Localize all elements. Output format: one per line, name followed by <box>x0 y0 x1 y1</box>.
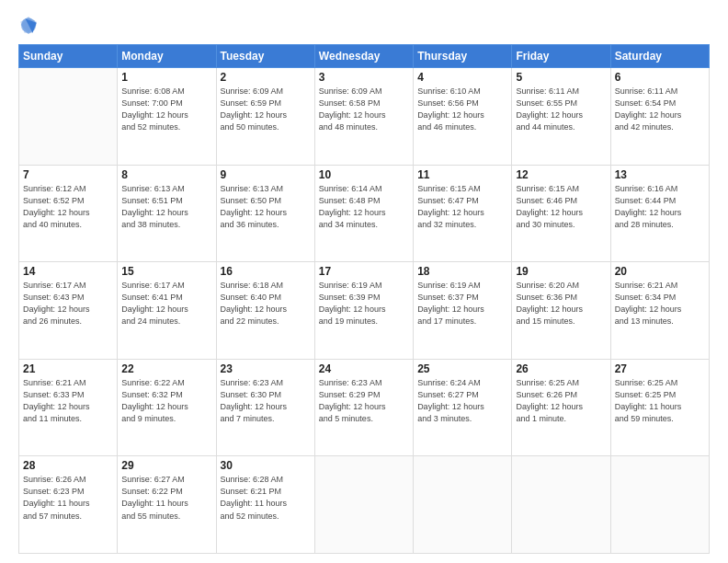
day-info: Sunrise: 6:18 AM Sunset: 6:40 PM Dayligh… <box>221 280 311 327</box>
weekday-header-thursday: Thursday <box>414 45 512 68</box>
week-row-3: 14Sunrise: 6:17 AM Sunset: 6:43 PM Dayli… <box>19 262 710 360</box>
day-number: 29 <box>121 459 211 472</box>
day-number: 15 <box>121 265 211 278</box>
calendar-cell: 1Sunrise: 6:08 AM Sunset: 7:00 PM Daylig… <box>118 68 216 166</box>
day-info: Sunrise: 6:27 AM Sunset: 6:22 PM Dayligh… <box>121 474 211 522</box>
day-info: Sunrise: 6:09 AM Sunset: 6:59 PM Dayligh… <box>221 86 311 133</box>
weekday-header-wednesday: Wednesday <box>314 45 413 68</box>
day-number: 23 <box>221 362 311 375</box>
calendar-cell: 27Sunrise: 6:25 AM Sunset: 6:25 PM Dayli… <box>610 359 709 456</box>
day-info: Sunrise: 6:19 AM Sunset: 6:39 PM Dayligh… <box>319 280 409 327</box>
day-info: Sunrise: 6:09 AM Sunset: 6:58 PM Dayligh… <box>319 86 409 133</box>
day-info: Sunrise: 6:24 AM Sunset: 6:27 PM Dayligh… <box>417 377 507 425</box>
day-number: 16 <box>221 265 311 278</box>
week-row-4: 21Sunrise: 6:21 AM Sunset: 6:33 PM Dayli… <box>19 359 710 456</box>
week-row-5: 28Sunrise: 6:26 AM Sunset: 6:23 PM Dayli… <box>19 456 710 554</box>
day-number: 4 <box>417 71 507 84</box>
weekday-header-monday: Monday <box>118 45 216 68</box>
day-info: Sunrise: 6:28 AM Sunset: 6:21 PM Dayligh… <box>221 474 311 522</box>
day-info: Sunrise: 6:17 AM Sunset: 6:41 PM Dayligh… <box>121 280 211 327</box>
calendar-cell <box>512 456 610 554</box>
calendar-cell: 21Sunrise: 6:21 AM Sunset: 6:33 PM Dayli… <box>19 359 118 456</box>
day-number: 2 <box>221 71 311 84</box>
calendar-cell <box>414 456 512 554</box>
weekday-header-sunday: Sunday <box>19 45 118 68</box>
calendar-table: SundayMondayTuesdayWednesdayThursdayFrid… <box>18 44 710 554</box>
calendar-cell: 3Sunrise: 6:09 AM Sunset: 6:58 PM Daylig… <box>314 68 413 166</box>
week-row-1: 1Sunrise: 6:08 AM Sunset: 7:00 PM Daylig… <box>19 68 710 166</box>
calendar-cell: 4Sunrise: 6:10 AM Sunset: 6:56 PM Daylig… <box>414 68 512 166</box>
calendar-cell: 12Sunrise: 6:15 AM Sunset: 6:46 PM Dayli… <box>512 165 610 262</box>
calendar-cell: 15Sunrise: 6:17 AM Sunset: 6:41 PM Dayli… <box>118 262 216 360</box>
day-info: Sunrise: 6:10 AM Sunset: 6:56 PM Dayligh… <box>417 86 507 133</box>
day-number: 25 <box>417 362 507 375</box>
day-number: 12 <box>516 168 606 181</box>
day-number: 19 <box>516 265 606 278</box>
logo <box>18 15 42 35</box>
day-number: 5 <box>516 71 606 84</box>
calendar-cell <box>19 68 118 166</box>
day-number: 13 <box>615 168 705 181</box>
header <box>18 15 710 35</box>
day-info: Sunrise: 6:19 AM Sunset: 6:37 PM Dayligh… <box>417 280 507 327</box>
calendar-cell: 28Sunrise: 6:26 AM Sunset: 6:23 PM Dayli… <box>19 456 118 554</box>
day-number: 21 <box>23 362 113 375</box>
calendar-cell: 30Sunrise: 6:28 AM Sunset: 6:21 PM Dayli… <box>216 456 314 554</box>
day-number: 22 <box>121 362 211 375</box>
day-info: Sunrise: 6:11 AM Sunset: 6:55 PM Dayligh… <box>516 86 606 133</box>
day-number: 26 <box>516 362 606 375</box>
calendar-cell: 29Sunrise: 6:27 AM Sunset: 6:22 PM Dayli… <box>118 456 216 554</box>
calendar-cell: 20Sunrise: 6:21 AM Sunset: 6:34 PM Dayli… <box>610 262 709 360</box>
day-number: 17 <box>319 265 409 278</box>
day-info: Sunrise: 6:08 AM Sunset: 7:00 PM Dayligh… <box>121 86 211 133</box>
calendar-cell: 14Sunrise: 6:17 AM Sunset: 6:43 PM Dayli… <box>19 262 118 360</box>
day-info: Sunrise: 6:20 AM Sunset: 6:36 PM Dayligh… <box>516 280 606 327</box>
day-number: 18 <box>417 265 507 278</box>
day-info: Sunrise: 6:16 AM Sunset: 6:44 PM Dayligh… <box>615 183 705 231</box>
calendar-cell: 6Sunrise: 6:11 AM Sunset: 6:54 PM Daylig… <box>610 68 709 166</box>
calendar-cell: 11Sunrise: 6:15 AM Sunset: 6:47 PM Dayli… <box>414 165 512 262</box>
page: SundayMondayTuesdayWednesdayThursdayFrid… <box>0 0 728 563</box>
day-number: 3 <box>319 71 409 84</box>
week-row-2: 7Sunrise: 6:12 AM Sunset: 6:52 PM Daylig… <box>19 165 710 262</box>
calendar-cell: 17Sunrise: 6:19 AM Sunset: 6:39 PM Dayli… <box>314 262 413 360</box>
day-number: 27 <box>615 362 705 375</box>
calendar-cell: 8Sunrise: 6:13 AM Sunset: 6:51 PM Daylig… <box>118 165 216 262</box>
day-info: Sunrise: 6:26 AM Sunset: 6:23 PM Dayligh… <box>23 474 113 522</box>
day-info: Sunrise: 6:15 AM Sunset: 6:47 PM Dayligh… <box>417 183 507 231</box>
calendar-cell: 5Sunrise: 6:11 AM Sunset: 6:55 PM Daylig… <box>512 68 610 166</box>
day-info: Sunrise: 6:23 AM Sunset: 6:29 PM Dayligh… <box>319 377 409 425</box>
day-number: 14 <box>23 265 113 278</box>
calendar-cell <box>610 456 709 554</box>
calendar-cell: 16Sunrise: 6:18 AM Sunset: 6:40 PM Dayli… <box>216 262 314 360</box>
day-info: Sunrise: 6:11 AM Sunset: 6:54 PM Dayligh… <box>615 86 705 133</box>
day-number: 28 <box>23 459 113 472</box>
day-number: 30 <box>221 459 311 472</box>
day-info: Sunrise: 6:21 AM Sunset: 6:34 PM Dayligh… <box>615 280 705 327</box>
calendar-cell: 25Sunrise: 6:24 AM Sunset: 6:27 PM Dayli… <box>414 359 512 456</box>
weekday-header-friday: Friday <box>512 45 610 68</box>
day-info: Sunrise: 6:25 AM Sunset: 6:26 PM Dayligh… <box>516 377 606 425</box>
day-number: 9 <box>221 168 311 181</box>
calendar-cell: 24Sunrise: 6:23 AM Sunset: 6:29 PM Dayli… <box>314 359 413 456</box>
day-info: Sunrise: 6:13 AM Sunset: 6:50 PM Dayligh… <box>221 183 311 231</box>
logo-icon <box>18 15 39 35</box>
calendar-cell: 18Sunrise: 6:19 AM Sunset: 6:37 PM Dayli… <box>414 262 512 360</box>
weekday-header-row: SundayMondayTuesdayWednesdayThursdayFrid… <box>19 45 710 68</box>
day-number: 24 <box>319 362 409 375</box>
calendar-cell: 10Sunrise: 6:14 AM Sunset: 6:48 PM Dayli… <box>314 165 413 262</box>
day-info: Sunrise: 6:17 AM Sunset: 6:43 PM Dayligh… <box>23 280 113 327</box>
day-number: 8 <box>121 168 211 181</box>
calendar-cell <box>314 456 413 554</box>
calendar-cell: 2Sunrise: 6:09 AM Sunset: 6:59 PM Daylig… <box>216 68 314 166</box>
day-info: Sunrise: 6:13 AM Sunset: 6:51 PM Dayligh… <box>121 183 211 231</box>
day-number: 11 <box>417 168 507 181</box>
calendar-cell: 23Sunrise: 6:23 AM Sunset: 6:30 PM Dayli… <box>216 359 314 456</box>
calendar-cell: 9Sunrise: 6:13 AM Sunset: 6:50 PM Daylig… <box>216 165 314 262</box>
day-info: Sunrise: 6:21 AM Sunset: 6:33 PM Dayligh… <box>23 377 113 425</box>
day-info: Sunrise: 6:25 AM Sunset: 6:25 PM Dayligh… <box>615 377 705 425</box>
day-info: Sunrise: 6:22 AM Sunset: 6:32 PM Dayligh… <box>121 377 211 425</box>
calendar-cell: 19Sunrise: 6:20 AM Sunset: 6:36 PM Dayli… <box>512 262 610 360</box>
weekday-header-tuesday: Tuesday <box>216 45 314 68</box>
day-number: 10 <box>319 168 409 181</box>
